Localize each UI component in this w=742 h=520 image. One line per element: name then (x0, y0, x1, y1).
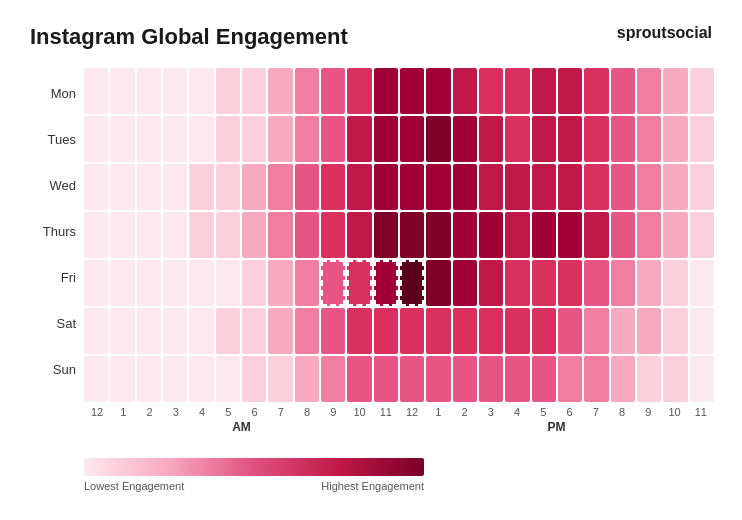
heatmap-cell (321, 212, 345, 258)
heatmap-cell (584, 68, 608, 114)
x-axis: 121234567891011121234567891011 AM PM (84, 406, 714, 434)
heatmap-cell (110, 164, 134, 210)
heatmap-cell (611, 308, 635, 354)
y-label: Thurs (30, 208, 76, 254)
heatmap-cell (505, 116, 529, 162)
legend-bar (84, 458, 424, 476)
pm-label: PM (399, 420, 714, 434)
heatmap-cell (137, 356, 161, 402)
x-number: 12 (399, 406, 425, 418)
heatmap-cell (426, 68, 450, 114)
heatmap-cell (268, 164, 292, 210)
heatmap-cell (84, 356, 108, 402)
heatmap-cell (347, 164, 371, 210)
heatmap-cell (532, 308, 556, 354)
x-number: 5 (215, 406, 241, 418)
heatmap-cell (295, 356, 319, 402)
heatmap-cell (532, 356, 556, 402)
heatmap-cell (453, 212, 477, 258)
heatmap-cell (426, 164, 450, 210)
heatmap-cell (295, 308, 319, 354)
x-number: 10 (347, 406, 373, 418)
x-number: 4 (504, 406, 530, 418)
heatmap-cell (690, 68, 714, 114)
heatmap-cell (216, 116, 240, 162)
brand-plain: sprout (617, 24, 667, 41)
heatmap-cell (295, 68, 319, 114)
heatmap-cell (374, 164, 398, 210)
heatmap-cell (137, 116, 161, 162)
heatmap-cell (216, 260, 240, 306)
heatmap-grid (84, 68, 714, 402)
heatmap-cell (584, 356, 608, 402)
heatmap-cell (163, 164, 187, 210)
y-label: Sat (30, 300, 76, 346)
heatmap-cell (216, 308, 240, 354)
heatmap-cell (584, 164, 608, 210)
heatmap-cell (400, 260, 424, 306)
heatmap-cell (400, 356, 424, 402)
x-numbers: 121234567891011121234567891011 (84, 406, 714, 418)
heatmap-cell (505, 356, 529, 402)
heatmap-cell (558, 308, 582, 354)
heatmap-cell (584, 308, 608, 354)
heatmap-cell (84, 308, 108, 354)
heatmap-cell (558, 356, 582, 402)
heatmap-cell (242, 308, 266, 354)
legend-high: Highest Engagement (321, 480, 424, 492)
heatmap-cell (137, 308, 161, 354)
heatmap-cell (374, 116, 398, 162)
x-number: 4 (189, 406, 215, 418)
heatmap-cell (374, 356, 398, 402)
x-ampm: AM PM (84, 420, 714, 434)
heatmap-cell (453, 356, 477, 402)
heatmap-cell (663, 68, 687, 114)
heatmap-cell (163, 68, 187, 114)
heatmap-cell (295, 164, 319, 210)
heatmap-cell (532, 164, 556, 210)
x-number: 1 (425, 406, 451, 418)
am-label: AM (84, 420, 399, 434)
chart-area: MonTuesWedThursFriSatSun 121234567891011… (30, 68, 712, 434)
heatmap-cell (453, 260, 477, 306)
heatmap-cell (347, 356, 371, 402)
heatmap-cell (426, 356, 450, 402)
heatmap-cell (110, 308, 134, 354)
heatmap-cell (479, 308, 503, 354)
heatmap-cell (479, 212, 503, 258)
heatmap-cell (453, 116, 477, 162)
heatmap-cell (268, 212, 292, 258)
heatmap-cell (400, 164, 424, 210)
y-axis: MonTuesWedThursFriSatSun (30, 68, 76, 392)
heatmap-cell (611, 116, 635, 162)
heatmap-cell (110, 68, 134, 114)
heatmap-cell (690, 260, 714, 306)
heatmap-cell (163, 116, 187, 162)
heatmap-cell (505, 212, 529, 258)
heatmap-cell (268, 260, 292, 306)
heatmap-cell (374, 212, 398, 258)
heatmap-cell (216, 356, 240, 402)
heatmap-cell (137, 260, 161, 306)
page-container: Instagram Global Engagement sproutsocial… (0, 0, 742, 520)
heatmap-cell (295, 116, 319, 162)
heatmap-cell (505, 164, 529, 210)
heatmap-cell (374, 68, 398, 114)
heatmap-cell (189, 356, 213, 402)
heatmap-cell (663, 212, 687, 258)
heatmap-cell (163, 212, 187, 258)
x-number: 7 (583, 406, 609, 418)
heatmap-cell (637, 356, 661, 402)
heatmap-cell (532, 68, 556, 114)
heatmap-cell (110, 356, 134, 402)
grid-and-x: 121234567891011121234567891011 AM PM (84, 68, 714, 434)
heatmap-cell (321, 164, 345, 210)
heatmap-cell (137, 212, 161, 258)
heatmap-cell (532, 212, 556, 258)
heatmap-cell (453, 164, 477, 210)
heatmap-cell (163, 260, 187, 306)
brand-logo: sproutsocial (617, 24, 712, 42)
heatmap-cell (479, 116, 503, 162)
heatmap-cell (84, 212, 108, 258)
heatmap-cell (189, 212, 213, 258)
